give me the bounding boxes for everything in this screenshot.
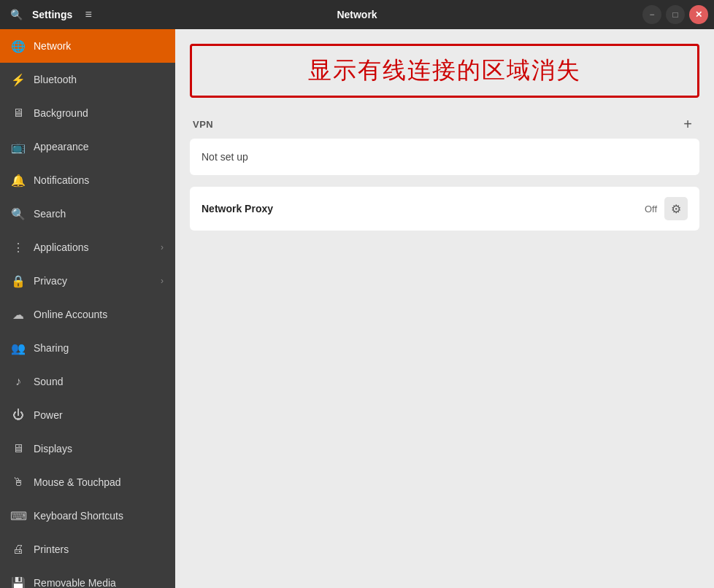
sharing-icon: 👥 bbox=[12, 341, 25, 355]
appearance-icon: 📺 bbox=[12, 140, 25, 153]
sidebar-item-online-accounts[interactable]: ☁Online Accounts bbox=[0, 298, 175, 331]
titlebar-menu-button[interactable]: ≡ bbox=[78, 4, 99, 25]
sidebar-item-label-mouse-touchpad: Mouse & Touchpad bbox=[34, 476, 164, 488]
proxy-row: Network Proxy Off ⚙ bbox=[190, 187, 699, 231]
chevron-right-icon: › bbox=[161, 276, 164, 286]
sidebar-item-applications[interactable]: ⋮Applications› bbox=[0, 231, 175, 264]
proxy-status: Off bbox=[645, 204, 657, 214]
titlebar-search-button[interactable]: 🔍 bbox=[6, 4, 26, 25]
sidebar-item-label-sound: Sound bbox=[34, 376, 164, 387]
sidebar-item-label-appearance: Appearance bbox=[34, 141, 164, 152]
vpn-not-set-up-label: Not set up bbox=[201, 151, 688, 163]
titlebar: 🔍 Settings ≡ Network − □ ✕ bbox=[0, 0, 714, 29]
sidebar-item-label-privacy: Privacy bbox=[34, 275, 152, 287]
sidebar: 🌐Network⚡Bluetooth🖥Background📺Appearance… bbox=[0, 29, 175, 588]
window-title: Network bbox=[337, 9, 377, 20]
sidebar-item-printers[interactable]: 🖨Printers bbox=[0, 533, 175, 566]
sidebar-item-label-removable-media: Removable Media bbox=[34, 577, 164, 588]
sidebar-item-mouse-touchpad[interactable]: 🖱Mouse & Touchpad bbox=[0, 465, 175, 499]
bluetooth-icon: ⚡ bbox=[12, 73, 25, 86]
background-icon: 🖥 bbox=[12, 107, 25, 120]
proxy-card: Network Proxy Off ⚙ bbox=[190, 187, 699, 231]
sidebar-item-appearance[interactable]: 📺Appearance bbox=[0, 130, 175, 163]
sidebar-item-label-network: Network bbox=[34, 40, 164, 52]
app-title: Settings bbox=[32, 9, 72, 20]
vpn-add-button[interactable]: + bbox=[679, 115, 696, 133]
sidebar-item-privacy[interactable]: 🔒Privacy› bbox=[0, 264, 175, 298]
proxy-settings-button[interactable]: ⚙ bbox=[664, 197, 688, 220]
sidebar-item-label-applications: Applications bbox=[34, 241, 152, 253]
vpn-section-title: VPN bbox=[193, 119, 213, 130]
search-icon: 🔍 bbox=[12, 207, 25, 220]
notifications-icon: 🔔 bbox=[12, 174, 25, 187]
sidebar-item-power[interactable]: ⏻Power bbox=[0, 398, 175, 432]
proxy-label: Network Proxy bbox=[201, 203, 645, 214]
vpn-not-set-up-row: Not set up bbox=[190, 139, 699, 175]
printers-icon: 🖨 bbox=[12, 543, 25, 556]
sidebar-item-label-background: Background bbox=[34, 107, 164, 119]
annotation-box: 显示有线连接的区域消失 bbox=[190, 44, 699, 98]
gear-icon: ⚙ bbox=[671, 202, 681, 216]
right-panel: 显示有线连接的区域消失 VPN + Not set up Network Pro… bbox=[175, 29, 714, 588]
mouse-touchpad-icon: 🖱 bbox=[12, 476, 25, 489]
sidebar-item-bluetooth[interactable]: ⚡Bluetooth bbox=[0, 63, 175, 96]
sidebar-item-notifications[interactable]: 🔔Notifications bbox=[0, 163, 175, 197]
sidebar-item-label-bluetooth: Bluetooth bbox=[34, 74, 164, 85]
close-icon: ✕ bbox=[695, 9, 702, 20]
sidebar-item-sharing[interactable]: 👥Sharing bbox=[0, 331, 175, 365]
sound-icon: ♪ bbox=[12, 375, 25, 388]
sidebar-item-search[interactable]: 🔍Search bbox=[0, 197, 175, 231]
titlebar-left: 🔍 Settings ≡ bbox=[6, 4, 99, 25]
power-icon: ⏻ bbox=[12, 409, 25, 422]
applications-icon: ⋮ bbox=[12, 241, 25, 254]
main-content: 🌐Network⚡Bluetooth🖥Background📺Appearance… bbox=[0, 29, 714, 588]
sidebar-item-removable-media[interactable]: 💾Removable Media bbox=[0, 566, 175, 588]
minimize-icon: − bbox=[649, 9, 654, 20]
sidebar-item-label-search: Search bbox=[34, 208, 164, 220]
vpn-section-header: VPN + bbox=[190, 115, 699, 133]
maximize-button[interactable]: □ bbox=[666, 5, 685, 24]
maximize-icon: □ bbox=[672, 9, 677, 20]
sidebar-item-background[interactable]: 🖥Background bbox=[0, 96, 175, 130]
vpn-card: Not set up bbox=[190, 139, 699, 175]
sidebar-item-label-online-accounts: Online Accounts bbox=[34, 309, 164, 320]
sidebar-item-network[interactable]: 🌐Network bbox=[0, 29, 175, 63]
sidebar-item-label-printers: Printers bbox=[34, 543, 164, 555]
minimize-button[interactable]: − bbox=[642, 5, 661, 24]
annotation-text: 显示有线连接的区域消失 bbox=[308, 55, 581, 87]
online-accounts-icon: ☁ bbox=[12, 308, 25, 321]
menu-icon: ≡ bbox=[85, 8, 92, 21]
chevron-right-icon: › bbox=[161, 242, 164, 252]
sidebar-item-label-sharing: Sharing bbox=[34, 342, 164, 354]
keyboard-shortcuts-icon: ⌨ bbox=[12, 509, 25, 522]
plus-icon: + bbox=[683, 116, 692, 133]
removable-media-icon: 💾 bbox=[12, 576, 25, 588]
search-icon: 🔍 bbox=[10, 9, 23, 20]
sidebar-item-displays[interactable]: 🖥Displays bbox=[0, 432, 175, 465]
sidebar-item-sound[interactable]: ♪Sound bbox=[0, 365, 175, 398]
sidebar-item-label-notifications: Notifications bbox=[34, 174, 164, 186]
privacy-icon: 🔒 bbox=[12, 274, 25, 287]
network-icon: 🌐 bbox=[12, 39, 25, 53]
sidebar-item-label-displays: Displays bbox=[34, 443, 164, 454]
displays-icon: 🖥 bbox=[12, 442, 25, 455]
window-controls: − □ ✕ bbox=[642, 5, 708, 24]
sidebar-item-keyboard-shortcuts[interactable]: ⌨Keyboard Shortcuts bbox=[0, 499, 175, 533]
close-button[interactable]: ✕ bbox=[689, 5, 708, 24]
sidebar-item-label-power: Power bbox=[34, 409, 164, 421]
sidebar-item-label-keyboard-shortcuts: Keyboard Shortcuts bbox=[34, 510, 164, 522]
